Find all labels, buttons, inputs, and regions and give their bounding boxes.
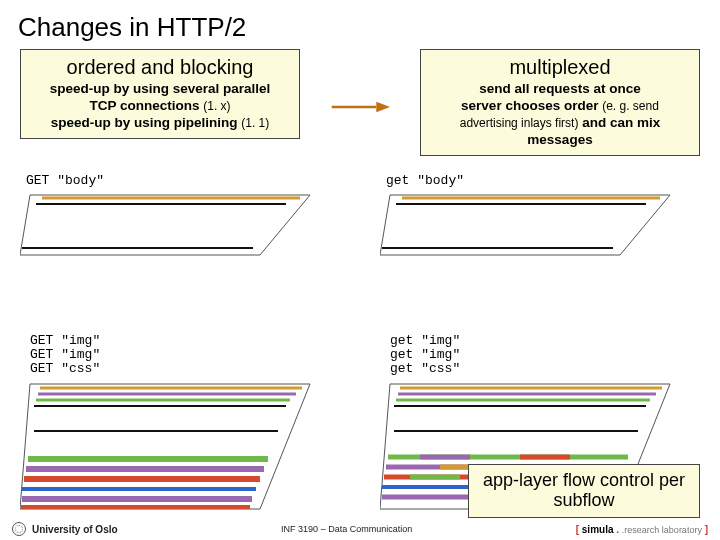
- right-label-top: get "body": [386, 174, 464, 188]
- left-diagram: GET "body" GET "img" GET "img" GET "css": [20, 170, 340, 519]
- footer-simula: simula: [582, 524, 614, 535]
- right-top-parallelogram: [380, 190, 680, 260]
- slide-title: Changes in HTTP/2: [0, 0, 720, 49]
- left-line2b: (1. 1): [241, 116, 269, 130]
- callout-line2: subflow: [553, 490, 614, 510]
- right-box-title: multiplexed: [431, 56, 689, 79]
- footer-left: University of Oslo: [12, 522, 118, 536]
- footer-right: [ simula . .research laboratory ]: [576, 524, 708, 535]
- left-box-body: speed-up by using several parallel TCP c…: [31, 81, 289, 132]
- header-columns: ordered and blocking speed-up by using s…: [0, 49, 720, 156]
- footer-lab: .research laboratory: [622, 525, 702, 535]
- left-line1c: (1. x): [203, 99, 230, 113]
- left-box-title: ordered and blocking: [31, 56, 289, 79]
- footer-center: INF 3190 – Data Communication: [118, 524, 576, 534]
- footer: University of Oslo INF 3190 – Data Commu…: [0, 522, 720, 536]
- left-line1a: speed-up by using several parallel: [50, 81, 271, 96]
- svg-marker-1: [376, 102, 390, 112]
- right-line2a: server chooses order: [461, 98, 598, 113]
- arrow-between: [330, 49, 390, 115]
- left-bottom-parallelogram: [20, 379, 320, 519]
- arrow-icon: [330, 99, 390, 115]
- seal-icon: [12, 522, 26, 536]
- left-top-parallelogram: [20, 190, 320, 260]
- left-label-top: GET "body": [26, 174, 104, 188]
- right-box-body: send all requests at once server chooses…: [431, 81, 689, 149]
- left-line2a: speed-up by using pipelining: [51, 115, 238, 130]
- left-box: ordered and blocking speed-up by using s…: [20, 49, 300, 139]
- callout-line1: app-layer flow control per: [483, 470, 685, 490]
- left-label-mid: GET "img" GET "img" GET "css": [30, 334, 100, 377]
- right-line1: send all requests at once: [479, 81, 640, 96]
- left-line1b: TCP connections: [89, 98, 199, 113]
- right-label-mid: get "img" get "img" get "css": [390, 334, 460, 377]
- right-box: multiplexed send all requests at once se…: [420, 49, 700, 156]
- callout-box: app-layer flow control per subflow: [468, 464, 700, 518]
- footer-university: University of Oslo: [32, 524, 118, 535]
